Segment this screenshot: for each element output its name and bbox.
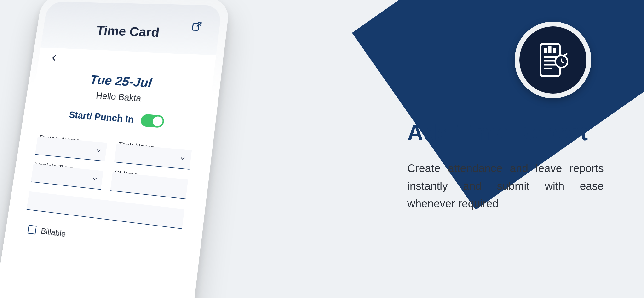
svg-rect-1 bbox=[544, 48, 547, 53]
billable-checkbox[interactable] bbox=[27, 225, 37, 234]
svg-line-11 bbox=[564, 54, 567, 55]
feature-badge bbox=[514, 22, 591, 98]
phone-mockup: Time Card Tue 25-Jul Hello Bakta bbox=[0, 0, 230, 298]
task-name-select[interactable]: Task Name bbox=[114, 143, 192, 169]
feature-description: Create attendance and leave reports inst… bbox=[407, 160, 604, 213]
app-header: Time Card bbox=[40, 2, 222, 55]
chevron-down-icon bbox=[179, 155, 187, 163]
punch-in-toggle[interactable] bbox=[140, 114, 165, 128]
chevron-down-icon bbox=[95, 147, 102, 155]
feature-block: Add Time Report Create attendance and le… bbox=[407, 120, 604, 213]
svg-rect-12 bbox=[192, 24, 199, 30]
svg-rect-3 bbox=[553, 49, 556, 53]
chevron-down-icon bbox=[91, 175, 98, 184]
billable-label: Billable bbox=[40, 226, 66, 239]
svg-rect-2 bbox=[548, 46, 552, 53]
report-clock-icon bbox=[534, 41, 572, 79]
extra-input[interactable] bbox=[26, 191, 184, 229]
punch-in-label: Start/ Punch In bbox=[68, 109, 134, 125]
export-button[interactable] bbox=[188, 19, 206, 34]
share-export-icon bbox=[190, 21, 204, 32]
vehicle-type-select[interactable]: Vehicle Type bbox=[31, 164, 103, 190]
project-name-select[interactable]: Project Name bbox=[35, 136, 107, 161]
back-arrow-icon bbox=[48, 52, 60, 64]
feature-title: Add Time Report bbox=[407, 120, 604, 145]
st-kms-input[interactable]: St Kms bbox=[110, 172, 188, 199]
